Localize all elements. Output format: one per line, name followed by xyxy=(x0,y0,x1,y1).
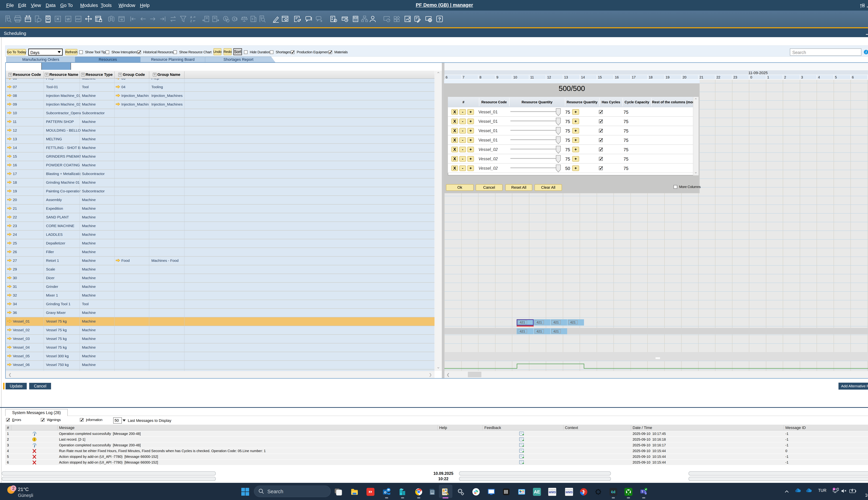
svg-text:$: $ xyxy=(252,18,253,21)
svg-text:$: $ xyxy=(234,18,235,21)
svg-text:PDF: PDF xyxy=(76,18,81,21)
svg-text:i: i xyxy=(34,443,35,448)
svg-text:Z: Z xyxy=(190,20,192,23)
svg-text:?: ? xyxy=(438,16,441,22)
svg-text:$: $ xyxy=(225,17,227,21)
svg-text:i: i xyxy=(34,432,35,436)
svg-text:A: A xyxy=(190,16,192,19)
svg-text:$: $ xyxy=(409,19,410,22)
svg-text:o: o xyxy=(384,490,386,494)
svg-text:T: T xyxy=(641,490,643,493)
svg-text:W: W xyxy=(67,17,70,21)
svg-text:!: ! xyxy=(34,438,35,442)
